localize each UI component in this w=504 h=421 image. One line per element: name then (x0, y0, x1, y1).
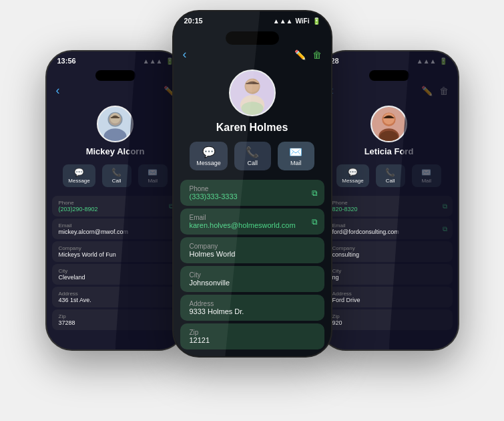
top-actions-right: ‹ ✏️ 🗑 (320, 81, 458, 100)
call-icon-left: 📞 (111, 168, 121, 177)
city-card-right[interactable]: City ng (326, 264, 453, 285)
avatar-center (229, 69, 276, 116)
top-actions-center: ‹ ✏️ 🗑 (174, 45, 331, 64)
avatar-svg-center (230, 69, 274, 116)
zip-card-left[interactable]: Zip 37288 (52, 309, 179, 330)
avatar-svg-left (98, 107, 132, 141)
top-action-icons-center: ✏️ 🗑 (294, 49, 322, 60)
company-card-center[interactable]: Company Holmes World (180, 237, 324, 263)
time-center: 20:15 (184, 17, 203, 25)
contact-name-left: Mickey Alcorn (86, 146, 145, 156)
info-cards-right: Phone 820-8320 ⧉ Email ford@fordconsulti… (320, 194, 458, 332)
svg-point-1 (104, 128, 127, 141)
copy-email-center[interactable]: ⧉ (312, 217, 318, 227)
wifi-icon-left: ▲▲▲ (143, 57, 163, 65)
edit-icon-center[interactable]: ✏️ (294, 49, 306, 60)
info-cards-center: Phone (333)333-3333 ⧉ Email karen.holves… (174, 177, 331, 352)
avatar-svg-right (372, 106, 406, 142)
svg-point-14 (383, 113, 395, 124)
signal-icon-center: ▲▲▲ (273, 17, 293, 25)
message-btn-center[interactable]: 💬 Message (190, 142, 228, 170)
battery-icon-center: 🔋 (312, 17, 320, 25)
message-btn-left[interactable]: 💬 Message (63, 164, 95, 187)
mail-btn-left[interactable]: ✉️ Mail (138, 164, 168, 187)
notch-center (226, 31, 279, 45)
address-card-right[interactable]: Address Ford Drive (326, 287, 453, 307)
edit-icon-right[interactable]: ✏️ (421, 86, 433, 96)
phone-card-center[interactable]: Phone (333)333-3333 ⧉ (180, 180, 324, 206)
back-button-left[interactable]: ‹ (56, 84, 60, 98)
svg-rect-4 (111, 117, 120, 118)
notch-right (369, 70, 409, 81)
status-icons-left: ▲▲▲ 🔋 (143, 57, 174, 65)
copy-phone-right[interactable]: ⧉ (443, 202, 447, 210)
avatar-section-left: Mickey Alcorn (47, 100, 184, 164)
zip-card-center[interactable]: Zip 12121 (180, 323, 324, 349)
wifi-icon-center: WiFi (295, 17, 309, 25)
battery-icon-right: 🔋 (439, 57, 447, 65)
svg-point-8 (246, 79, 259, 92)
action-buttons-left: 💬 Message 📞 Call ✉️ Mail (47, 164, 184, 194)
avatar-left (97, 106, 134, 142)
message-btn-right[interactable]: 💬 Message (336, 164, 368, 187)
info-cards-left: Phone (203)290-8902 ⧉ Email mickey.alcor… (47, 194, 184, 332)
trash-icon-right[interactable]: 🗑 (439, 86, 449, 96)
call-btn-center[interactable]: 📞 Call (234, 142, 271, 170)
phone-center: 20:15 ▲▲▲ WiFi 🔋 ‹ ✏️ 🗑 (172, 10, 332, 358)
call-icon-center: 📞 (246, 146, 259, 158)
trash-icon-center[interactable]: 🗑 (312, 49, 322, 60)
email-card-center[interactable]: Email karen.holves@holmesworld.com ⧉ (180, 208, 324, 235)
top-actions-left: ‹ ✏️ (47, 81, 184, 100)
phone-card-right[interactable]: Phone 820-8320 ⧉ (326, 196, 453, 217)
status-bar-left: 13:56 ▲▲▲ 🔋 (47, 51, 184, 67)
phone-left: 13:56 ▲▲▲ 🔋 ‹ ✏️ (45, 50, 186, 351)
copy-phone-center[interactable]: ⧉ (312, 188, 318, 198)
status-icons-center: ▲▲▲ WiFi 🔋 (273, 17, 320, 25)
avatar-section-center: Karen Holmes (174, 64, 331, 142)
svg-rect-9 (246, 83, 259, 84)
company-card-right[interactable]: Company consulting (326, 241, 453, 262)
phones-container: 13:56 ▲▲▲ 🔋 ‹ ✏️ (45, 10, 459, 411)
status-bar-center: 20:15 ▲▲▲ WiFi 🔋 (174, 11, 331, 27)
mail-btn-center[interactable]: ✉️ Mail (278, 142, 314, 170)
call-btn-left[interactable]: 📞 Call (102, 164, 132, 187)
back-button-center[interactable]: ‹ (183, 47, 187, 61)
mail-icon-center: ✉️ (289, 146, 302, 158)
status-bar-right: 28 ▲▲▲ 🔋 (320, 51, 458, 67)
call-btn-right[interactable]: 📞 Call (376, 164, 405, 187)
time-left: 13:56 (57, 57, 76, 65)
copy-email-right[interactable]: ⧉ (443, 225, 447, 233)
avatar-section-right: Leticia Ford (320, 100, 458, 164)
zip-card-right[interactable]: Zip 920 (326, 309, 453, 330)
phone-card-left[interactable]: Phone (203)290-8902 ⧉ (52, 196, 179, 217)
status-icons-right: ▲▲▲ 🔋 (417, 57, 447, 65)
contact-name-right: Leticia Ford (364, 146, 414, 156)
city-card-left[interactable]: City Cleveland (52, 264, 179, 285)
notch-left (95, 70, 136, 81)
message-icon-left: 💬 (74, 168, 84, 177)
svg-point-10 (241, 102, 263, 115)
email-card-right[interactable]: Email ford@fordconsulting.com ⧉ (326, 219, 453, 239)
action-buttons-center: 💬 Message 📞 Call ✉️ Mail (174, 142, 331, 177)
mail-icon-left: ✉️ (148, 168, 158, 177)
email-card-left[interactable]: Email mickey.alcorn@mwof.com (52, 219, 179, 239)
address-card-left[interactable]: Address 436 1st Ave. (52, 287, 179, 307)
avatar-right (370, 106, 407, 142)
company-card-left[interactable]: Company Mickeys World of Fun (52, 241, 179, 262)
action-buttons-right: 💬 Message 📞 Call ✉️ Mail (320, 164, 458, 194)
svg-point-15 (380, 131, 398, 142)
contact-name-center: Karen Holmes (216, 122, 288, 134)
message-icon-right: 💬 (348, 168, 358, 177)
city-card-center[interactable]: City Johnsonville (180, 266, 324, 292)
mail-btn-right[interactable]: ✉️ Mail (412, 164, 441, 187)
mail-icon-right: ✉️ (421, 168, 431, 177)
top-action-icons-right: ✏️ 🗑 (421, 86, 449, 96)
message-icon-center: 💬 (202, 146, 216, 158)
phone-right: 28 ▲▲▲ 🔋 ‹ ✏️ 🗑 (319, 50, 459, 351)
signal-icon-right: ▲▲▲ (417, 57, 437, 65)
call-icon-right: 📞 (385, 168, 395, 177)
address-card-center[interactable]: Address 9333 Holmes Dr. (180, 295, 324, 321)
